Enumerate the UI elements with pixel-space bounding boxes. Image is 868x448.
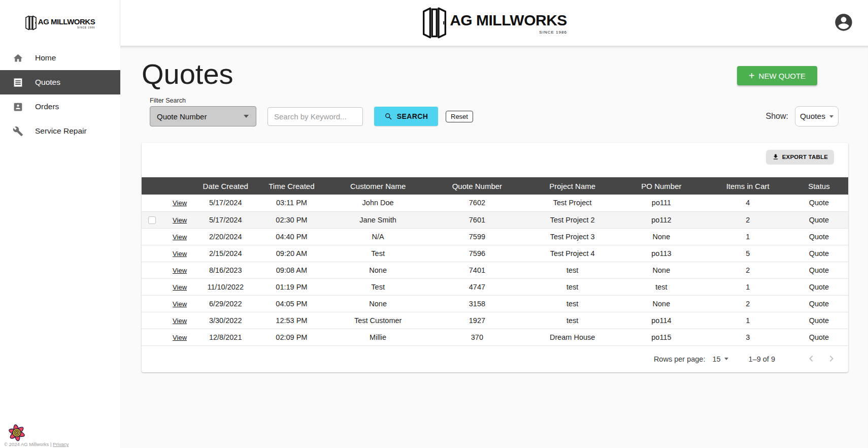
brand-text: AG MILLWORKS SINCE 1986	[38, 17, 95, 29]
cell-date: 11/10/2022	[197, 278, 253, 295]
column-header: Project Name	[528, 177, 617, 195]
copyright-text: © 2024 AG Millworks | Privacy	[4, 441, 69, 447]
folding-door-icon	[25, 15, 37, 30]
pagination-range: 1–9 of 9	[749, 355, 775, 363]
sidebar-item-orders[interactable]: Orders	[0, 94, 120, 119]
column-header: Quote Number	[426, 177, 528, 195]
brand-logo-small: AG MILLWORKS SINCE 1986	[25, 15, 95, 30]
table-row: View8/16/202309:08 AMNone7401testNone2Qu…	[142, 262, 848, 278]
flower-icon	[6, 423, 28, 443]
folding-door-icon	[421, 7, 448, 39]
column-header: Time Created	[253, 177, 329, 195]
search-input[interactable]	[268, 107, 363, 126]
caret-down-icon	[829, 115, 833, 118]
cell-customer: Millie	[330, 329, 426, 345]
cell-project: test	[528, 262, 617, 278]
cell-project: Test Project	[528, 195, 617, 211]
export-table-button[interactable]: EXPORT TABLE	[766, 150, 834, 164]
table-row: View3/30/202212:53 PMTest Customer1927te…	[142, 312, 848, 329]
cell-status: Quote	[790, 228, 848, 245]
cell-items: 5	[706, 245, 790, 262]
cell-time: 04:40 PM	[253, 228, 329, 245]
brand-logo-large: AG MILLWORKS SINCE 1986	[421, 7, 567, 39]
cell-status: Quote	[790, 329, 848, 345]
checkbox-cell	[142, 329, 162, 345]
sidebar-item-label: Home	[35, 53, 56, 62]
brand-name: AG MILLWORKS	[450, 12, 567, 29]
previous-page-button[interactable]	[805, 353, 818, 366]
rows-per-page-label: Rows per page:	[654, 355, 706, 363]
account-button[interactable]	[833, 12, 854, 33]
cell-date: 12/8/2021	[197, 329, 253, 345]
page-title: Quotes	[142, 57, 233, 90]
view-link[interactable]: View	[173, 216, 187, 224]
cell-quote: 7401	[426, 262, 528, 278]
filter-field-select[interactable]: Quote Number	[150, 106, 256, 126]
checkbox-cell	[142, 295, 162, 312]
new-quote-label: NEW QUOTE	[759, 72, 806, 80]
cell-project: test	[528, 312, 617, 329]
show-select[interactable]: Quotes	[795, 106, 839, 126]
view-link[interactable]: View	[173, 199, 187, 207]
column-header: Status	[790, 177, 848, 195]
view-cell: View	[162, 228, 197, 245]
cell-status: Quote	[790, 312, 848, 329]
table-row: View12/8/202102:09 PMMillie370Dream Hous…	[142, 329, 848, 345]
reset-button[interactable]: Reset	[446, 111, 473, 122]
view-link[interactable]: View	[173, 300, 187, 308]
copyright-label: © 2024 AG Millworks |	[4, 441, 53, 447]
cell-time: 02:09 PM	[253, 329, 329, 345]
cell-items: 1	[706, 312, 790, 329]
cell-time: 01:19 PM	[253, 278, 329, 295]
cell-time: 03:11 PM	[253, 195, 329, 211]
show-value: Quotes	[800, 112, 825, 121]
view-link[interactable]: View	[173, 233, 187, 241]
sidebar-item-home[interactable]: Home	[0, 46, 120, 70]
cell-po: po112	[617, 211, 706, 228]
cell-customer: Test	[330, 278, 426, 295]
show-label: Show:	[766, 112, 788, 121]
view-link[interactable]: View	[173, 283, 187, 291]
sidebar-item-label: Service Repair	[35, 126, 87, 136]
cell-project: Test Project 4	[528, 245, 617, 262]
view-cell: View	[162, 295, 197, 312]
cell-date: 2/15/2024	[197, 245, 253, 262]
cell-project: Test Project 3	[528, 228, 617, 245]
cell-date: 5/17/2024	[197, 211, 253, 228]
view-link[interactable]: View	[173, 267, 187, 274]
column-header-blank	[142, 177, 162, 195]
sidebar-nav: Home Quotes Orders Service Repair	[0, 46, 120, 448]
view-link[interactable]: View	[173, 317, 187, 325]
view-link[interactable]: View	[173, 250, 187, 258]
sidebar-item-quotes[interactable]: Quotes	[0, 70, 120, 94]
cell-customer: N/A	[330, 228, 426, 245]
cell-po: None	[617, 295, 706, 312]
checkbox-cell	[142, 312, 162, 329]
account-circle-icon	[833, 12, 854, 33]
rows-per-page-select[interactable]: 15	[712, 355, 728, 363]
cell-po: po115	[617, 329, 706, 345]
view-cell: View	[162, 312, 197, 329]
cell-customer: None	[330, 262, 426, 278]
column-header: Date Created	[197, 177, 253, 195]
search-button[interactable]: SEARCH	[374, 107, 438, 126]
row-checkbox[interactable]	[148, 216, 156, 224]
checkbox-cell	[142, 245, 162, 262]
cell-status: Quote	[790, 195, 848, 211]
privacy-link[interactable]: Privacy	[53, 441, 69, 447]
cell-quote: 7602	[426, 195, 528, 211]
sidebar-item-service-repair[interactable]: Service Repair	[0, 119, 120, 143]
next-page-button[interactable]	[825, 353, 838, 366]
new-quote-button[interactable]: + NEW QUOTE	[737, 66, 817, 85]
view-cell: View	[162, 278, 197, 295]
view-link[interactable]: View	[173, 334, 187, 341]
brand-text: AG MILLWORKS SINCE 1986	[450, 12, 567, 35]
pagination-bar: Rows per page: 15 1–9 of 9	[142, 345, 848, 372]
download-icon	[772, 153, 779, 161]
export-table-label: EXPORT TABLE	[782, 154, 828, 160]
table-row: View2/15/202409:20 AMTest7596Test Projec…	[142, 245, 848, 262]
cell-quote: 7601	[426, 211, 528, 228]
cell-quote: 370	[426, 329, 528, 345]
table-row: View6/29/202204:05 PMNone3158testNone2Qu…	[142, 295, 848, 312]
table-row: View2/20/202404:40 PMN/A7599Test Project…	[142, 228, 848, 245]
